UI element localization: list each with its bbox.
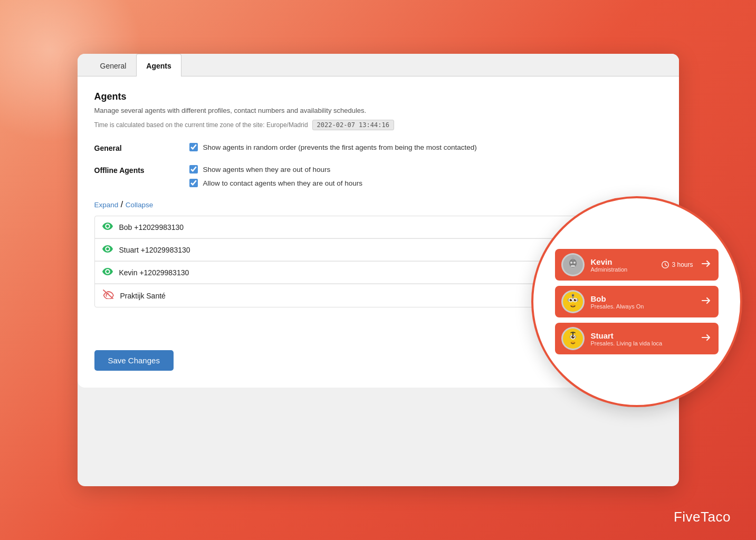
agent-visibility-bob[interactable] (102, 221, 113, 233)
random-order-label: Show agents in random order (prevents th… (203, 143, 477, 151)
popup-info-kevin: Kevin Administration (591, 257, 655, 273)
popup-agent-stuart: Stuart Presales. Living la vida loca (555, 323, 719, 354)
random-order-checkbox[interactable] (189, 143, 198, 151)
offline-label: Offline Agents (94, 165, 168, 175)
popup-name-kevin: Kevin (591, 257, 655, 266)
timezone-row: Time is calculated based on the current … (94, 120, 662, 130)
svg-point-15 (571, 299, 572, 300)
expand-collapse-row: Expand / Collapse (94, 200, 662, 209)
svg-point-13 (569, 299, 572, 302)
allow-contact-checkbox[interactable] (189, 179, 198, 187)
brand-logo: FiveTaco (674, 509, 731, 525)
popup-agent-kevin: Kevin Administration 3 hours (555, 249, 719, 281)
show-offline-option[interactable]: Show agents when they are out of hours (189, 165, 362, 173)
agent-visibility-praktijk[interactable] (102, 290, 114, 302)
popup-name-stuart: Stuart (591, 331, 693, 340)
random-order-option[interactable]: Show agents in random order (prevents th… (189, 143, 477, 151)
show-offline-label: Show agents when they are out of hours (203, 166, 331, 173)
popup-name-bob: Bob (591, 294, 693, 303)
popup-agent-bob: Bob Presales. Always On (555, 286, 719, 317)
popup-avatar-kevin (561, 253, 585, 276)
svg-point-25 (571, 335, 575, 339)
allow-contact-option[interactable]: Allow to contact agents when they are ou… (189, 179, 362, 187)
general-options: Show agents in random order (prevents th… (189, 143, 477, 151)
allow-contact-label: Allow to contact agents when they are ou… (203, 179, 362, 187)
offline-settings-row: Offline Agents Show agents when they are… (94, 165, 662, 187)
popup-avatar-stuart (561, 327, 585, 350)
tab-agents[interactable]: Agents (136, 54, 181, 76)
svg-point-16 (575, 299, 576, 300)
expand-collapse-separator: / (121, 200, 126, 209)
svg-point-26 (573, 336, 574, 337)
popup-arrow-stuart[interactable] (700, 331, 712, 346)
popup-avatar-bob (561, 290, 585, 313)
tab-general[interactable]: General (90, 54, 137, 76)
collapse-link[interactable]: Collapse (126, 201, 154, 209)
agent-visibility-kevin[interactable] (102, 267, 113, 278)
popup-arrow-kevin[interactable] (700, 257, 712, 273)
timezone-value: 2022-02-07 13:44:16 (312, 120, 394, 130)
popup-hours-kevin: 3 hours (672, 261, 693, 268)
popup-status-stuart: Presales. Living la vida loca (591, 340, 693, 346)
agent-visibility-stuart[interactable] (102, 244, 113, 255)
svg-point-7 (572, 257, 574, 259)
timezone-label: Time is calculated based on the current … (94, 121, 308, 129)
popup-status-kevin: Administration (591, 266, 655, 273)
general-label: General (94, 143, 168, 152)
svg-rect-28 (572, 332, 573, 335)
svg-point-20 (572, 295, 573, 296)
popup-info-stuart: Stuart Presales. Living la vida loca (591, 331, 693, 346)
general-settings-row: General Show agents in random order (pre… (94, 143, 662, 152)
popup-meta-kevin: 3 hours (661, 261, 693, 269)
popup-info-bob: Bob Presales. Always On (591, 294, 693, 310)
svg-point-3 (573, 262, 576, 264)
show-offline-checkbox[interactable] (189, 165, 198, 173)
offline-options: Show agents when they are out of hours A… (189, 165, 362, 187)
tab-bar: General Agents (78, 54, 679, 76)
popup-arrow-bob[interactable] (700, 294, 712, 310)
svg-point-2 (570, 262, 572, 264)
page-description: Manage several agents with different pro… (94, 107, 662, 114)
svg-rect-4 (571, 265, 575, 267)
svg-point-14 (573, 299, 576, 302)
popup-status-bob: Presales. Always On (591, 303, 693, 310)
expand-link[interactable]: Expand (94, 201, 119, 209)
brand-name: FiveTaco (674, 509, 731, 525)
save-changes-button[interactable]: Save Changes (94, 350, 174, 371)
settings-card: General Agents Agents Manage several age… (78, 54, 679, 486)
page-title: Agents (94, 91, 662, 102)
agent-popup-circle: Kevin Administration 3 hours (531, 196, 742, 407)
